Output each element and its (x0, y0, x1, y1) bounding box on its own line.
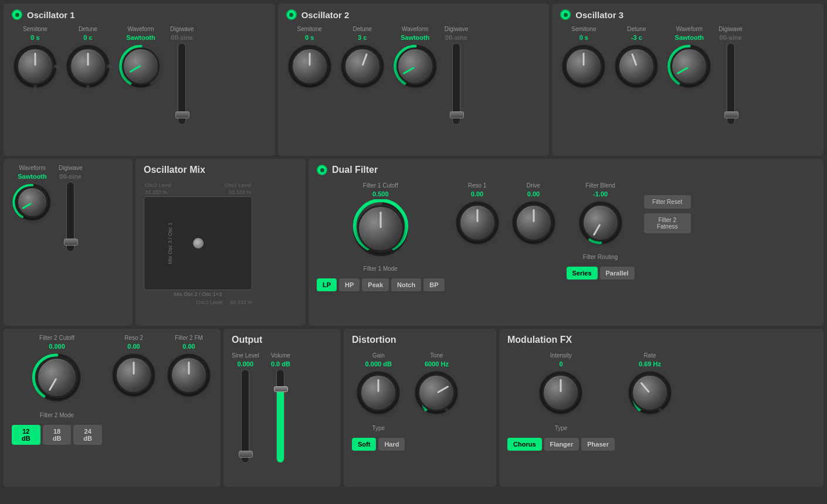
reso2-knob[interactable] (115, 356, 152, 394)
filter2-mode-18db[interactable]: 18 dB (43, 425, 72, 445)
osc3-waveform-group: Waveform Sawtooth (666, 26, 713, 92)
drive-knob-wrap (510, 199, 557, 248)
filter-blend-knob[interactable] (582, 204, 619, 241)
modfx-phaser-button[interactable]: Phaser (581, 438, 615, 451)
distortion-hard-button[interactable]: Hard (378, 438, 405, 451)
reso2-knob-wrap (110, 352, 157, 401)
oscillator-mix-xy-pad[interactable]: Mix Osc 3 / Osc 1 (144, 196, 252, 290)
osc1-detune-value: 0 c (83, 34, 92, 41)
drive-value: 0.00 (527, 190, 540, 197)
filter2-cutoff-knob-wrap (31, 352, 83, 406)
distortion-gain-knob[interactable] (360, 374, 397, 411)
osc3-waveform-knob[interactable] (670, 47, 708, 85)
sine-level-slider[interactable] (241, 369, 249, 463)
osc3-waveform2-value: Sawtooth (18, 173, 47, 180)
osc1-detune-knob[interactable] (69, 47, 107, 85)
distortion-gain-value: 0.000 dB (365, 360, 392, 367)
osc2-digiwave-slider[interactable] (452, 43, 460, 125)
filter2-cutoff-knob[interactable] (36, 357, 77, 398)
filter2-fatness-button[interactable]: Filter 2Fatness (644, 213, 691, 233)
modfx-intensity-knob[interactable] (542, 374, 579, 411)
filter2-mode-24db[interactable]: 24 dB (73, 425, 102, 445)
filter1-mode-bp[interactable]: BP (423, 278, 444, 291)
volume-value: 0.0 dB (271, 360, 290, 367)
osc-mix-title: Oscillator Mix (144, 165, 297, 175)
filter1-cutoff-value: 0.500 (372, 190, 389, 197)
osc1-semitone-knob[interactable] (16, 47, 54, 85)
filter2-mode-buttons: 12 dB 18 dB 24 dB (12, 425, 102, 445)
volume-slider-track[interactable] (276, 369, 284, 463)
reso1-label: Reso 1 (468, 182, 487, 189)
modfx-chorus-button[interactable]: Chorus (507, 438, 542, 451)
filter1-mode-lp[interactable]: LP (317, 278, 337, 291)
osc3-semitone-value: 0 s (579, 34, 588, 41)
osc2-semitone-value: 0 s (305, 34, 314, 41)
osc3-detune-value: -3 c (631, 34, 642, 41)
dual-filter-power-button[interactable] (317, 165, 327, 175)
filter-routing-parallel[interactable]: Parallel (600, 267, 635, 280)
filter1-mode-hp[interactable]: HP (339, 278, 360, 291)
filter2-fm-knob[interactable] (170, 356, 208, 394)
modfx-rate-group: Rate 0.69 Hz (626, 352, 673, 418)
modfx-intensity-label: Intensity (550, 352, 572, 359)
osc3-waveform2-knob-wrap (12, 182, 53, 225)
osc2-detune-label: Detune (353, 26, 372, 32)
distortion-type-label: Type (372, 425, 385, 431)
osc2-waveform-knob[interactable] (396, 47, 434, 85)
osc3-digiwave-slider[interactable] (727, 43, 735, 125)
osc3-digiwave2-label: Digiwave (59, 165, 83, 171)
filter-routing-buttons: Series Parallel (567, 267, 635, 280)
drive-knob[interactable] (515, 204, 553, 241)
osc3-digiwave2-value: 00-sine (59, 173, 82, 180)
osc3-digiwave-label: Digiwave (718, 26, 743, 32)
osc3-power-button[interactable] (560, 9, 571, 20)
distortion-panel: Distortion Gain 0.000 dB Type (344, 329, 496, 487)
osc2-waveform-knob-wrap (392, 43, 439, 92)
filter1-cutoff-knob[interactable] (357, 205, 404, 252)
osc3-waveform2-group: Waveform Sawtooth (12, 165, 53, 225)
osc2-waveform-group: Waveform Sawtooth (392, 26, 439, 92)
osc1-semitone-group: Semitone 0 s (12, 26, 59, 92)
modfx-type-label: Type (555, 425, 568, 431)
osc1-waveform-knob[interactable] (122, 47, 160, 85)
osc2-detune-knob-wrap (339, 43, 386, 92)
filter-side-buttons: Filter Reset Filter 2Fatness (644, 195, 691, 233)
filter1-mode-peak[interactable]: Peak (362, 278, 389, 291)
osc2-waveform-label: Waveform (402, 26, 428, 32)
osc3-waveform2-knob[interactable] (16, 186, 48, 218)
modfx-content: Intensity 0 Type Chorus Flange (507, 352, 815, 451)
osc2-semitone-knob[interactable] (291, 47, 328, 85)
osc2-power-button[interactable] (286, 9, 297, 20)
bottom-row: Filter 2 Cutoff 0.000 Filter 2 Mode (4, 329, 823, 487)
osc2-detune-knob[interactable] (344, 47, 381, 85)
osc2-title: Oscillator 2 (286, 9, 541, 20)
filter-routing-series[interactable]: Series (567, 267, 598, 280)
osc1-digiwave-slider[interactable] (178, 43, 186, 125)
oscillator3-panel: Oscillator 3 Semitone 0 s (552, 4, 823, 156)
distortion-tone-label: Tone (431, 352, 443, 359)
osc1-waveform-knob-wrap (117, 43, 164, 92)
osc1-semitone-label: Semitone (23, 26, 48, 32)
reso2-label: Reso 2 (124, 335, 143, 341)
modfx-flanger-button[interactable]: Flanger (544, 438, 579, 451)
xy-pad-row: Mix Osc 3 / Osc 1 (144, 196, 252, 290)
filter2-mode-12db[interactable]: 12 dB (12, 425, 40, 445)
filter2-cutoff-label: Filter 2 Cutoff (39, 335, 74, 341)
xy-v-label: Mix Osc 3 / Osc 1 (167, 222, 173, 264)
reso1-knob[interactable] (459, 204, 496, 241)
modfx-rate-knob[interactable] (631, 374, 669, 411)
distortion-tone-knob[interactable] (418, 374, 455, 411)
osc3-digiwave2-slider[interactable] (66, 182, 74, 252)
main-container: Oscillator 1 Semitone 0 s (0, 0, 827, 504)
osc1-level-value: 33.333 % (229, 189, 251, 195)
filter1-mode-notch[interactable]: Notch (391, 278, 421, 291)
modfx-intensity-value: 0 (559, 360, 562, 367)
osc1-digiwave-value: 00-sine (171, 34, 193, 41)
osc3-detune-knob[interactable] (618, 47, 655, 85)
osc1-power-button[interactable] (12, 9, 22, 20)
filter1-cutoff-label: Filter 1 Cutoff (363, 182, 398, 189)
distortion-soft-button[interactable]: Soft (352, 438, 376, 451)
distortion-tone-group: Tone 6000 Hz (413, 352, 460, 418)
osc3-semitone-knob[interactable] (565, 47, 602, 85)
filter-reset-button[interactable]: Filter Reset (644, 195, 691, 209)
